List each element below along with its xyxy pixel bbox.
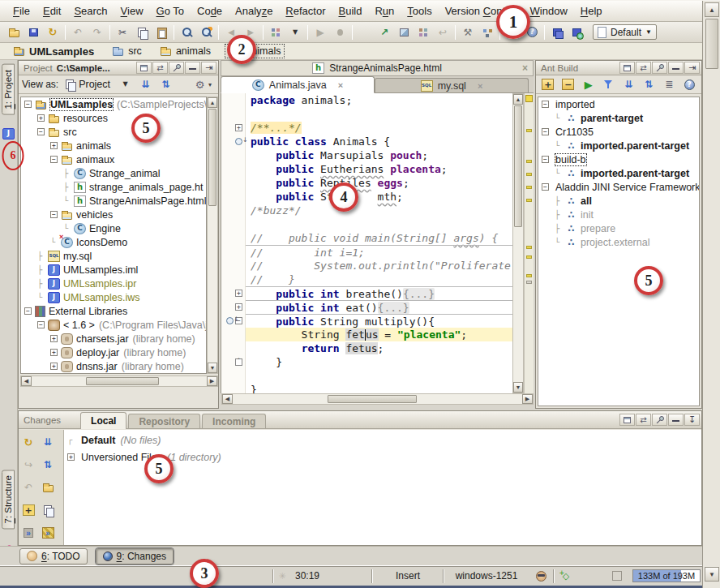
changes-commit-button[interactable]: [19, 456, 38, 474]
project-tree-row[interactable]: +deploy.jar (library home): [21, 346, 206, 359]
project-tree[interactable]: −UMLsamples (C:\SampleProjects\UM+resour…: [20, 97, 207, 374]
ant-minus-button[interactable]: [559, 75, 577, 93]
changes-expand-button[interactable]: [38, 433, 58, 451]
tb-undo-button[interactable]: [68, 24, 88, 41]
inspections-status[interactable]: [274, 566, 290, 586]
tree-expander-icon[interactable]: −: [37, 128, 45, 135]
menu-code[interactable]: Code: [191, 2, 229, 19]
project-view-collapse-button[interactable]: [156, 77, 175, 92]
hector-status[interactable]: [529, 566, 553, 586]
stripe-mark-gray[interactable]: [526, 281, 532, 284]
tb-ddown-button[interactable]: [285, 24, 305, 41]
editor-horizontal-scrollbar[interactable]: ◀ ▶: [221, 393, 534, 405]
project-tree-row[interactable]: +animals: [21, 139, 206, 152]
changes-float-button[interactable]: [619, 414, 635, 426]
fold-marker-icon[interactable]: ˆ: [235, 358, 242, 366]
tb-saveall-button[interactable]: [547, 24, 567, 41]
project-tree-row[interactable]: +resources: [21, 111, 206, 125]
ant-rung-button[interactable]: [580, 75, 598, 93]
tree-expander-icon[interactable]: +: [50, 335, 58, 342]
idea-logo-icon[interactable]: [2, 128, 15, 139]
changes-folder-button[interactable]: [38, 479, 58, 496]
ant-scroll-button[interactable]: [636, 62, 651, 74]
ant-min-button[interactable]: [668, 62, 684, 74]
tb-open-button[interactable]: [4, 24, 24, 41]
project-tree-row[interactable]: −vehicles: [21, 208, 206, 221]
project-tree-row[interactable]: −src: [21, 125, 206, 139]
project-pin-button[interactable]: [169, 62, 184, 74]
ant-tree-row[interactable]: └parent-target: [538, 111, 699, 125]
changes-addbox-button[interactable]: [19, 501, 38, 519]
highlighting-level[interactable]: [555, 566, 577, 586]
tb-image-button[interactable]: [394, 24, 414, 41]
changes-more-button[interactable]: »: [38, 524, 58, 542]
window-scrollbar[interactable]: ▲ ▼: [702, 1, 720, 588]
tree-expander-icon[interactable]: −: [24, 101, 32, 108]
fold-marker-icon[interactable]: +: [235, 290, 242, 297]
menu-search[interactable]: Search: [67, 2, 114, 19]
changes-min-button[interactable]: [668, 414, 684, 426]
tb-websave-button[interactable]: [567, 24, 586, 41]
changes-rollback-button[interactable]: [19, 479, 38, 496]
tb-sync-button[interactable]: [43, 24, 62, 41]
tree-expander-icon[interactable]: −: [50, 211, 58, 218]
editor-tab-animals-java[interactable]: Animals.java×: [221, 76, 375, 93]
project-tree-row[interactable]: +charsets.jar (library home): [21, 332, 206, 346]
ant-tree-row[interactable]: −Cr11035: [538, 125, 699, 139]
insert-mode-indicator[interactable]: Insert: [373, 566, 443, 586]
menu-run[interactable]: Run: [368, 2, 401, 19]
project-horizontal-scrollbar[interactable]: ◀ ▶: [20, 376, 218, 387]
tb-redo-button[interactable]: [88, 24, 107, 41]
fold-marker-icon[interactable]: +: [235, 303, 242, 311]
ant-tree-row[interactable]: −Aladdin JINI Service Framework: [538, 180, 699, 194]
tb-projstruct-button[interactable]: [478, 24, 497, 41]
changes-more-button[interactable]: »: [19, 524, 38, 542]
ant-tree-row[interactable]: ├prepare: [538, 221, 699, 235]
changes-pin-button[interactable]: [652, 414, 667, 426]
toolwindow-button-6-todo[interactable]: 6: TODO: [19, 548, 88, 564]
changes-tab-incoming[interactable]: Incoming: [202, 414, 266, 428]
close-icon[interactable]: ×: [478, 81, 482, 91]
menu-refactor[interactable]: Refactor: [279, 2, 332, 19]
tb-replace-button[interactable]: [196, 24, 216, 41]
tree-expander-icon[interactable]: +: [50, 363, 58, 370]
project-tree-row[interactable]: ├my.sql: [21, 249, 206, 263]
project-hide-button[interactable]: [201, 62, 216, 74]
ant-help-button[interactable]: [680, 75, 698, 93]
editor-vertical-scrollbar[interactable]: ▲ ▼: [512, 93, 524, 393]
menu-help[interactable]: Help: [574, 2, 609, 19]
tb-savedesk-button[interactable]: [355, 24, 375, 41]
tb-debug-button[interactable]: [330, 24, 349, 41]
ant-plus-button[interactable]: [539, 75, 557, 93]
sidebar-tab-project[interactable]: 1: Project: [2, 64, 15, 115]
changes-list[interactable]: ┌Default(No files)+Unversioned Files(1 d…: [64, 430, 701, 545]
changes-hidedown-button[interactable]: [684, 414, 700, 426]
menu-go-to[interactable]: Go To: [150, 2, 191, 19]
tree-expander-icon[interactable]: −: [50, 156, 58, 163]
error-stripe-mark[interactable]: [526, 246, 532, 249]
project-scroll-button[interactable]: [152, 62, 168, 74]
error-stripe-mark[interactable]: [526, 129, 532, 132]
tree-expander-icon[interactable]: −: [542, 101, 549, 108]
error-stripe-mark[interactable]: [526, 160, 532, 163]
error-stripe-mark[interactable]: [526, 173, 532, 176]
tb-revert-button[interactable]: [433, 24, 452, 41]
breadcrumb-src[interactable]: src: [109, 45, 145, 58]
toolwindow-button-9-changes[interactable]: 9: Changes: [96, 548, 174, 564]
memory-indicator[interactable]: 133M of 193M: [632, 569, 701, 582]
project-tree-row[interactable]: −animaux: [21, 152, 206, 166]
project-tree-row[interactable]: └IconsDemo: [21, 235, 206, 249]
tree-expander-icon[interactable]: −: [24, 307, 32, 315]
menu-analyze[interactable]: Analyze: [229, 2, 279, 19]
error-stripe-mark[interactable]: [526, 255, 532, 259]
breadcrumb-umlsamples[interactable]: UMLsamples: [10, 45, 97, 58]
tree-expander-icon[interactable]: −: [542, 156, 549, 163]
editor-tab-my-sql[interactable]: my.sql×: [375, 78, 529, 92]
project-view-ddown-button[interactable]: [116, 77, 135, 92]
tb-find-button[interactable]: [177, 24, 196, 41]
tree-expander-icon[interactable]: +: [37, 114, 45, 122]
tb-paste-button[interactable]: [152, 24, 171, 41]
project-tree-row[interactable]: +dnsns.jar (library home): [21, 359, 206, 373]
close-icon[interactable]: ×: [338, 80, 343, 90]
file-encoding[interactable]: windows-1251: [444, 566, 529, 586]
